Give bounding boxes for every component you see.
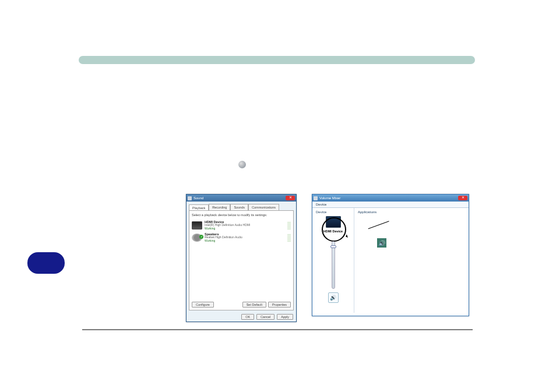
close-button[interactable]: ✕ [458,196,467,200]
playback-tabpage: Select a playback device below to modify… [189,210,294,310]
hdmi-device-label: HDMI Device [316,229,350,233]
tab-recording[interactable]: Recording [209,204,230,210]
level-meter [287,234,291,242]
mixer-body: Device HDMI Device 🔊 Applications 🔊 [312,208,469,313]
section-header-bar [79,56,475,64]
hdmi-device-icon[interactable] [326,216,341,228]
tab-communications[interactable]: Communications [248,204,279,210]
horizontal-rule [82,329,473,330]
mixer-applications-column: Applications 🔊 [354,208,469,313]
tab-sounds[interactable]: Sounds [230,204,248,210]
mixer-titlebar[interactable]: Volume Mixer ✕ [312,195,469,202]
device-status: Working [205,227,250,231]
slider-thumb[interactable] [330,245,336,248]
dialog-footer-buttons: OK Cancel Apply [241,314,293,320]
page-marker-pill [27,252,65,274]
info-globe-icon [238,161,246,168]
sound-title: Sound [193,196,203,200]
mixer-title: Volume Mixer [319,196,340,200]
configure-button[interactable]: Configure [192,302,214,308]
device-status: Working [205,239,242,243]
sound-window-icon [188,196,192,200]
playback-instruction: Select a playback device below to modify… [192,213,291,217]
cancel-button[interactable]: Cancel [256,314,275,320]
mixer-window-icon [314,196,318,200]
sound-titlebar[interactable]: Sound ✕ [186,195,296,202]
ok-button[interactable]: OK [241,314,254,320]
mixer-menubar[interactable]: Device [312,202,469,208]
playback-device-list[interactable]: ✓ HDMI Device Intel(R) High Definition A… [192,219,291,243]
device-mute-button[interactable]: 🔊 [328,292,339,303]
volume-mixer-dialog: Volume Mixer ✕ Device Device HDMI Device… [312,194,469,316]
device-row[interactable]: ✓ HDMI Device Intel(R) High Definition A… [192,219,291,231]
applications-column-header: Applications [358,210,465,214]
application-sound-icon[interactable]: 🔊 [377,238,386,248]
close-button[interactable]: ✕ [286,196,295,200]
sound-tabstrip: Playback Recording Sounds Communications [189,204,294,210]
mixer-device-column: Device HDMI Device 🔊 [312,208,354,313]
level-meter [287,221,291,229]
sound-dialog: Sound ✕ Playback Recording Sounds Commun… [186,194,297,322]
default-check-icon: ✓ [199,235,203,239]
set-default-button[interactable]: Set Default [242,302,266,308]
properties-button[interactable]: Properties [268,302,291,308]
monitor-icon [192,221,202,229]
device-volume-slider[interactable] [332,241,335,289]
device-row[interactable]: Speakers Realtek High Definition Audio W… [192,231,291,243]
apply-button[interactable]: Apply [277,314,293,320]
speaker-mute-icon: 🔊 [330,295,336,301]
device-column-header: Device [316,210,350,214]
tabpage-footer: Configure Set Default Properties [192,302,291,308]
